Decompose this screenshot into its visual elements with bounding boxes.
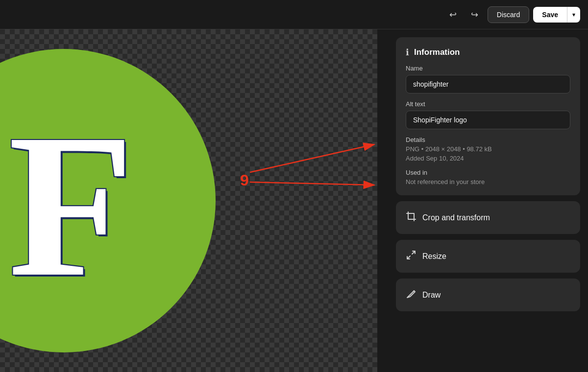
draw-label: Draw xyxy=(422,291,441,300)
used-in-label: Used in xyxy=(406,169,570,176)
undo-icon: ↩ xyxy=(449,9,457,20)
draw-icon xyxy=(406,288,416,302)
used-in-section: Used in Not referenced in your store xyxy=(406,169,570,186)
resize-label: Resize xyxy=(422,252,446,261)
information-card: ℹ Information Name Alt text Details PNG … xyxy=(396,37,580,195)
annotation-number-9: 9 xyxy=(240,171,249,189)
used-in-value: Not referenced in your store xyxy=(406,178,570,186)
details-line2: Added Sep 10, 2024 xyxy=(406,155,570,162)
crop-transform-card[interactable]: Crop and transform xyxy=(396,201,580,234)
undo-button[interactable]: ↩ xyxy=(444,6,462,23)
logo-letter: F xyxy=(8,103,134,308)
chevron-down-icon: ▾ xyxy=(572,11,575,18)
name-label: Name xyxy=(406,65,570,72)
redo-button[interactable]: ↪ xyxy=(466,6,484,23)
name-field-group: Name xyxy=(406,65,570,93)
alt-text-input[interactable] xyxy=(406,111,570,129)
details-line1: PNG • 2048 × 2048 • 98.72 kB xyxy=(406,145,570,153)
details-section: Details PNG • 2048 × 2048 • 98.72 kB Add… xyxy=(406,136,570,162)
save-button[interactable]: Save xyxy=(533,7,567,23)
alt-text-field-group: Alt text xyxy=(406,100,570,129)
details-label: Details xyxy=(406,136,570,143)
save-dropdown-button[interactable]: ▾ xyxy=(567,7,580,23)
crop-transform-label: Crop and transform xyxy=(422,213,490,222)
info-title: Information xyxy=(414,47,460,57)
info-icon: ℹ xyxy=(406,47,409,58)
crop-icon xyxy=(406,211,416,224)
discard-button[interactable]: Discard xyxy=(488,6,529,23)
resize-card[interactable]: Resize xyxy=(396,240,580,273)
topbar: ↩ ↪ Discard Save ▾ xyxy=(0,0,588,29)
name-input[interactable] xyxy=(406,75,570,93)
right-panel: ℹ Information Name Alt text Details PNG … xyxy=(388,29,588,372)
redo-icon: ↪ xyxy=(471,9,478,20)
resize-icon xyxy=(406,250,416,263)
draw-card[interactable]: Draw xyxy=(396,279,580,311)
alt-text-label: Alt text xyxy=(406,100,570,108)
save-button-group: Save ▾ xyxy=(533,7,580,23)
canvas-area: F 9 xyxy=(0,29,377,372)
info-header: ℹ Information xyxy=(406,47,570,58)
